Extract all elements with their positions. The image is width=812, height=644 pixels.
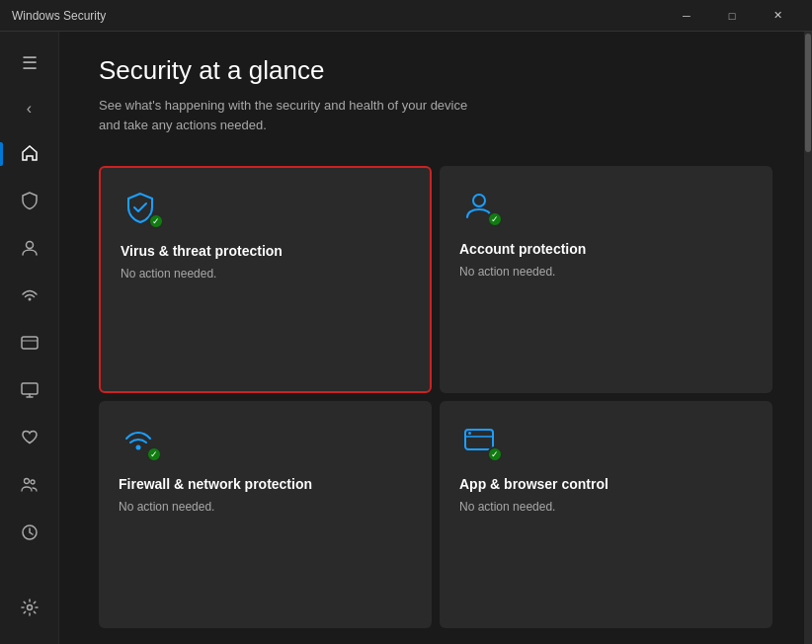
virus-protection-icon: ✓ [121, 188, 160, 227]
browser-card-status: No action needed. [459, 500, 753, 514]
svg-rect-2 [22, 337, 38, 349]
svg-point-10 [136, 445, 141, 450]
svg-point-5 [24, 478, 29, 483]
sidebar-item-health[interactable] [0, 415, 58, 462]
card-account-protection[interactable]: ✓ Account protection No action needed. [440, 166, 772, 393]
sidebar-item-device[interactable] [0, 367, 58, 415]
sidebar-menu-toggle[interactable]: ☰ [0, 40, 58, 87]
maximize-button[interactable]: □ [709, 0, 755, 32]
window-controls: ─ □ ✕ [664, 0, 800, 32]
scrollbar-thumb[interactable] [805, 34, 811, 152]
shield-icon [20, 191, 40, 213]
heart-icon [20, 428, 40, 450]
history-icon [20, 523, 40, 545]
sidebar-item-shield[interactable] [0, 178, 58, 225]
account-card-title: Account protection [459, 241, 753, 257]
svg-point-1 [28, 297, 31, 300]
content-header: Security at a glance See what's happenin… [59, 32, 812, 150]
svg-point-6 [31, 480, 35, 484]
browser-card-title: App & browser control [459, 476, 753, 492]
minimize-button[interactable]: ─ [664, 0, 709, 32]
back-icon: ‹ [27, 100, 32, 118]
card-firewall-protection[interactable]: ✓ Firewall & network protection No actio… [99, 401, 432, 628]
firewall-card-title: Firewall & network protection [119, 476, 412, 492]
home-icon [20, 143, 40, 166]
browser-control-icon: ✓ [459, 421, 499, 460]
firewall-check-icon: ✓ [146, 446, 162, 462]
person-icon [20, 238, 40, 261]
page-title: Security at a glance [99, 55, 772, 86]
hamburger-icon: ☰ [22, 54, 38, 72]
sidebar-item-family[interactable] [0, 462, 58, 510]
wifi-icon [20, 285, 40, 308]
svg-point-9 [473, 195, 485, 206]
svg-rect-4 [22, 383, 38, 394]
card-virus-protection[interactable]: ✓ Virus & threat protection No action ne… [99, 166, 432, 393]
svg-point-13 [468, 432, 471, 435]
sidebar-item-firewall[interactable] [0, 273, 58, 320]
family-icon [20, 475, 40, 498]
sidebar-item-home[interactable] [0, 130, 58, 178]
sidebar-item-browser[interactable] [0, 320, 58, 367]
svg-point-8 [27, 604, 32, 609]
page-subtitle: See what's happening with the security a… [99, 96, 772, 134]
title-bar: Windows Security ─ □ ✕ [0, 0, 812, 32]
monitor-icon [20, 380, 40, 403]
firewall-card-status: No action needed. [119, 500, 412, 514]
app-body: ☰ ‹ [0, 32, 812, 644]
sidebar-item-account[interactable] [0, 225, 58, 273]
account-check-icon: ✓ [487, 211, 503, 227]
back-button[interactable]: ‹ [0, 91, 59, 126]
virus-check-icon: ✓ [148, 213, 164, 229]
account-card-status: No action needed. [459, 265, 753, 279]
settings-icon [20, 598, 40, 620]
cards-grid: ✓ Virus & threat protection No action ne… [59, 150, 812, 644]
sidebar: ☰ ‹ [0, 32, 59, 644]
account-protection-icon: ✓ [459, 186, 499, 225]
browser-check-icon: ✓ [487, 446, 503, 462]
sidebar-top: ☰ ‹ [0, 40, 58, 585]
virus-card-status: No action needed. [121, 267, 410, 281]
scrollbar[interactable] [804, 32, 812, 644]
close-button[interactable]: ✕ [755, 0, 800, 32]
app-title: Windows Security [12, 9, 106, 23]
main-content: Security at a glance See what's happenin… [59, 32, 812, 644]
sidebar-item-history[interactable] [0, 510, 58, 557]
sidebar-bottom [20, 585, 40, 644]
card-browser-control[interactable]: ✓ App & browser control No action needed… [440, 401, 772, 628]
virus-card-title: Virus & threat protection [121, 243, 410, 259]
sidebar-item-settings[interactable] [20, 585, 40, 632]
browser-icon [20, 333, 40, 356]
firewall-protection-icon: ✓ [119, 421, 158, 460]
svg-point-0 [26, 241, 33, 248]
